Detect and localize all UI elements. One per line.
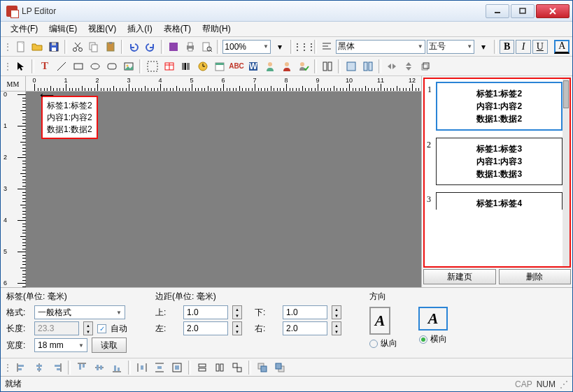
menu-file[interactable]: 文件(F) [5,22,43,36]
checkuser-icon[interactable] [296,59,311,74]
menu-table[interactable]: 表格(T) [158,22,197,36]
canvas[interactable]: ⟵ 标签1:标签2 内容1:内容2 数据1:数据2 [26,92,421,287]
bold-button[interactable]: B [500,40,515,54]
undo-icon[interactable] [126,39,141,55]
thumbnail[interactable]: 2 标签1:标签3 内容1:内容3 数据1:数据3 [436,138,563,185]
word-icon[interactable]: W [246,59,261,74]
format-select[interactable]: 一般格式▼ [34,305,125,319]
frame-icon[interactable] [145,59,160,74]
align-left-icon[interactable] [14,360,29,375]
table-icon[interactable] [162,59,177,74]
pointer-icon[interactable] [13,59,29,74]
same-size-icon[interactable] [229,360,245,375]
length-spinner[interactable]: ▲▼ [83,321,93,335]
font-select[interactable]: 黑体▼ [336,40,425,54]
menu-edit[interactable]: 编辑(E) [43,22,83,36]
line-icon[interactable] [54,59,69,74]
margin-left-input[interactable]: 2.0 [183,321,228,335]
zoom-select[interactable]: 100%▼ [222,40,271,54]
width-select[interactable]: 18 mm▼ [34,338,87,352]
margin-top-input[interactable]: 1.0 [183,305,228,319]
auto-checkbox[interactable]: ✓ [97,324,106,333]
layout2-icon[interactable] [344,59,359,74]
center-page-icon[interactable] [169,360,185,375]
newpage-button[interactable]: 新建页 [423,269,496,284]
horizontal-ruler: 012345678910111213 [26,76,421,91]
landscape-radio[interactable] [419,335,427,344]
fontsize-select[interactable]: 五号▼ [427,40,475,54]
fontcolor-button[interactable]: A [554,40,570,54]
layout3-icon[interactable] [360,59,376,74]
fliph-icon[interactable] [384,59,399,74]
open-icon[interactable] [30,39,45,55]
portrait-icon[interactable]: A [369,307,390,335]
cut-icon[interactable] [70,39,85,55]
menu-insert[interactable]: 插入(I) [122,22,157,36]
paste-icon[interactable] [103,39,118,55]
maximize-button[interactable] [511,4,535,18]
zoom-dropdown-icon[interactable]: ▾ [272,39,288,55]
send-back-icon[interactable] [272,360,288,375]
thumbnail[interactable]: 3 标签1:标签4 [436,192,563,210]
margin-top-spinner[interactable]: ▲▼ [232,305,242,319]
layout1-icon[interactable] [320,59,335,74]
image-icon[interactable] [121,59,136,74]
rotate-icon[interactable] [418,59,433,74]
same-width-icon[interactable] [194,360,210,375]
roundrect-icon[interactable] [104,59,120,74]
menu-help[interactable]: 帮助(H) [197,22,236,36]
align-center-h-icon[interactable] [31,360,47,375]
label-object[interactable]: ⟵ 标签1:标签2 内容1:内容2 数据1:数据2 [41,96,98,139]
italic-button[interactable]: I [516,40,531,54]
preview-icon[interactable] [199,39,215,55]
calendar-icon[interactable] [212,59,227,74]
margin-left-spinner[interactable]: ▲▼ [232,321,242,335]
flipv-icon[interactable] [401,59,416,74]
redo-icon[interactable] [143,39,158,55]
user-icon[interactable] [262,59,278,74]
save-icon[interactable] [46,39,62,55]
align-right-icon[interactable] [49,360,64,375]
toolbar-main: ⋮ 100%▼ ▾ ⋮⋮⋮ 黑体▼ 五号▼ ▾ B I U A [1,37,572,57]
user2-icon[interactable] [279,59,295,74]
manual-icon[interactable] [167,39,182,55]
read-button[interactable]: 读取 [92,337,127,353]
bring-front-icon[interactable] [255,360,270,375]
align-middle-icon[interactable] [92,360,107,375]
print-icon[interactable] [183,39,198,55]
text-icon[interactable]: T [37,59,52,74]
resize-grip-icon[interactable]: ⋰ [560,379,568,389]
rect-icon[interactable] [71,59,86,74]
svg-point-8 [73,48,76,51]
ellipse-icon[interactable] [87,59,103,74]
same-height-icon[interactable] [212,360,227,375]
thumbnail[interactable]: 1 标签1:标签2 内容1:内容2 数据1:数据2 [436,82,563,131]
barcode-icon[interactable] [178,59,194,74]
margin-bottom-input[interactable]: 1.0 [283,305,327,319]
titlebar: LP Editor [1,1,572,22]
clock-icon[interactable] [195,59,211,74]
minimize-button[interactable] [486,4,509,18]
delete-button[interactable]: 删除 [499,269,572,284]
menu-view[interactable]: 视图(V) [83,22,122,36]
thumbnail-list[interactable]: 1 标签1:标签2 内容1:内容2 数据1:数据2 2 标签1:标签3 内容1:… [423,78,571,268]
portrait-radio[interactable] [369,340,378,348]
grid-icon[interactable]: ⋮⋮⋮ [296,39,311,55]
spellcheck-icon[interactable]: ABC [229,59,244,74]
dist-v-icon[interactable] [152,360,167,375]
landscape-icon[interactable]: A [418,307,448,331]
close-button[interactable] [536,4,570,18]
margin-right-spinner[interactable]: ▲▼ [332,321,341,335]
margin-right-input[interactable]: 2.0 [283,321,327,335]
dist-h-icon[interactable] [134,360,150,375]
align-icon[interactable] [320,39,335,55]
margin-bottom-spinner[interactable]: ▲▼ [332,305,341,319]
new-icon[interactable] [13,39,29,55]
align-top-icon[interactable] [74,360,90,375]
align-bottom-icon[interactable] [109,360,125,375]
fontsize-dropdown-icon[interactable]: ▾ [476,39,491,55]
thumbnail-scrollbar[interactable] [563,79,570,266]
toolbar-align: ⋮ [1,358,572,376]
copy-icon[interactable] [86,39,101,55]
underline-button[interactable]: U [532,40,548,54]
